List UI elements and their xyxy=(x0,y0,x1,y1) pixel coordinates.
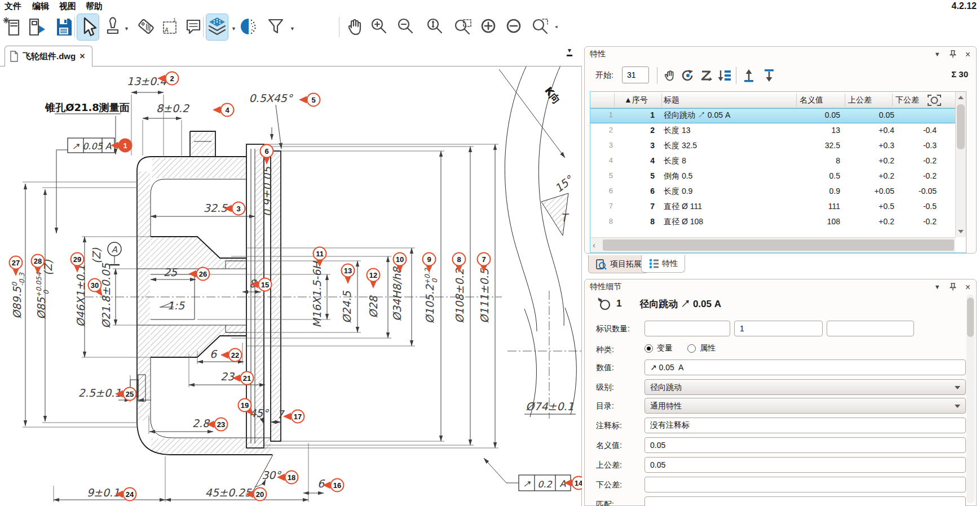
catalog-dropdown[interactable]: 通用特性 xyxy=(644,398,966,414)
list-down-icon[interactable] xyxy=(716,67,733,84)
svg-text:29: 29 xyxy=(73,255,81,264)
menu-edit[interactable]: 编辑 xyxy=(32,1,49,12)
detail-scrollbar[interactable] xyxy=(966,294,974,503)
new-document-button[interactable] xyxy=(2,14,24,40)
balloon-16[interactable]: 16 xyxy=(323,479,344,492)
filter-dropdown-arrow[interactable]: ▼ xyxy=(290,26,295,32)
drawing-canvas[interactable]: A ↗ 0.05 A ↗ 0.2 A 13±0.4锥孔Ø21.8测量面8±0.2… xyxy=(0,66,582,506)
panel-close-icon[interactable]: × xyxy=(965,284,970,290)
balloon-22[interactable]: 22 xyxy=(220,349,242,362)
lower-tol-input[interactable] xyxy=(644,477,966,492)
zoom-in-button[interactable] xyxy=(368,14,389,40)
tag-tool-button[interactable] xyxy=(135,14,157,40)
col-lower[interactable]: 下公差 xyxy=(895,95,919,105)
balloon-12[interactable]: 12 xyxy=(367,269,380,289)
col-upper[interactable]: 上公差 xyxy=(848,95,872,105)
id-count-input-1[interactable] xyxy=(644,321,730,336)
id-count-input-2[interactable] xyxy=(734,321,823,336)
hscroll-thumb[interactable] xyxy=(603,239,954,251)
increase-button[interactable] xyxy=(478,14,499,40)
scroll-thumb[interactable] xyxy=(957,104,965,149)
stamp-dropdown-arrow[interactable]: ▼ xyxy=(124,26,129,32)
mirror-spray-button[interactable] xyxy=(239,14,261,40)
layers-button[interactable] xyxy=(206,14,228,40)
filter-button[interactable] xyxy=(265,14,286,40)
pin-icon[interactable] xyxy=(950,283,956,291)
radio-attribute[interactable]: 属性 xyxy=(687,343,716,353)
svg-text:25: 25 xyxy=(164,266,178,278)
select-tool-button[interactable] xyxy=(77,14,99,40)
layers-dropdown-arrow[interactable]: ▼ xyxy=(231,26,236,32)
note-input[interactable] xyxy=(644,418,966,433)
decrease-button[interactable] xyxy=(503,14,524,40)
open-document-button[interactable] xyxy=(26,14,47,40)
upper-tol-input[interactable] xyxy=(644,457,966,473)
stamp-tool-button[interactable] xyxy=(102,14,123,40)
features-table-header[interactable]: ▲序号 标题 名义值 上公差 下公差 xyxy=(590,92,955,108)
move-top-icon[interactable] xyxy=(740,67,757,84)
match-input[interactable] xyxy=(644,496,966,506)
tab-features[interactable]: 特性 xyxy=(641,255,685,273)
toolbar-overflow-arrow[interactable]: ◂ xyxy=(555,24,558,29)
table-row[interactable]: 55倒角 0.50.5+0.2-0.2 xyxy=(590,169,955,184)
panel-menu-icon[interactable]: ▼ xyxy=(934,283,941,290)
balloon-21[interactable]: 21 xyxy=(232,372,254,385)
id-count-input-3[interactable] xyxy=(827,321,914,336)
move-bottom-icon[interactable] xyxy=(761,67,778,84)
save-button[interactable] xyxy=(53,14,74,40)
pick-hand-icon[interactable] xyxy=(661,67,678,84)
col-index[interactable]: ▲序号 xyxy=(624,95,648,105)
radio-variable[interactable]: 变量 xyxy=(644,343,673,353)
zoom-window-button[interactable] xyxy=(452,14,474,40)
pan-tool-button[interactable] xyxy=(344,14,365,40)
pin-icon[interactable] xyxy=(950,50,956,58)
table-row[interactable]: 77直径 Ø 111111+0.5-0.5 xyxy=(590,199,955,215)
panel-menu-icon[interactable]: ▼ xyxy=(934,51,941,57)
table-row[interactable]: 11径向跳动 ↗ 0.05 A0.050.05 xyxy=(590,108,955,123)
region-label-tool-button[interactable]: 1 A xyxy=(159,14,180,40)
document-tab[interactable]: 飞轮组件.dwg × xyxy=(5,46,92,66)
zoom-extents-button[interactable] xyxy=(423,14,445,40)
start-index-input[interactable] xyxy=(622,66,649,83)
balloon-13[interactable]: 13 xyxy=(342,264,355,285)
detail-scroll-thumb[interactable] xyxy=(967,298,974,337)
table-row[interactable]: 44长度 88+0.2-0.2 xyxy=(590,154,955,169)
nominal-input[interactable] xyxy=(644,437,966,453)
match-label: 匹配: xyxy=(596,500,614,506)
table-vertical-scrollbar[interactable] xyxy=(955,92,966,237)
tab-close-icon[interactable]: × xyxy=(80,51,85,61)
balloon-23[interactable]: 23 xyxy=(206,418,228,431)
col-title[interactable]: 标题 xyxy=(664,95,679,105)
table-row[interactable]: 33长度 32.532.5+0.3-0.3 xyxy=(590,139,955,154)
panel-close-icon[interactable]: × xyxy=(965,51,970,57)
balloon-4[interactable]: 4 xyxy=(213,104,234,117)
svg-text:24: 24 xyxy=(126,490,134,499)
col-nominal[interactable]: 名义值 xyxy=(800,95,823,105)
comment-tool-button[interactable] xyxy=(183,14,204,40)
tab-project-expand[interactable]: 项目拓展 xyxy=(588,255,649,273)
refresh-icon[interactable] xyxy=(679,67,696,84)
balloon-17[interactable]: 17 xyxy=(283,410,304,423)
chevron-down-icon xyxy=(955,405,960,408)
tab-list-menu-icon[interactable]: ▼▬ xyxy=(564,48,575,61)
menu-file[interactable]: 文件 xyxy=(5,1,21,12)
zoom-region-button[interactable] xyxy=(529,14,550,40)
level-dropdown[interactable]: 径向跳动 xyxy=(644,379,966,395)
scroll-left-arrow[interactable]: ‹ xyxy=(593,240,595,250)
match-row: 匹配: xyxy=(596,496,966,506)
table-horizontal-scrollbar[interactable]: ‹ xyxy=(590,237,955,252)
menu-view[interactable]: 视图 xyxy=(59,1,76,12)
table-row[interactable]: 66长度 0.90.9+0.05-0.05 xyxy=(590,184,955,199)
balloon-5[interactable]: 5 xyxy=(299,94,320,106)
scroll-down-arrow[interactable] xyxy=(958,230,964,233)
table-row[interactable]: 22长度 1313+0.4-0.4 xyxy=(590,123,955,139)
svg-text:7: 7 xyxy=(482,255,485,264)
scroll-up-arrow[interactable] xyxy=(958,96,964,99)
balloon-26[interactable]: 26 xyxy=(188,268,210,281)
table-row[interactable]: 88直径 Ø 108108+0.2-0.2 xyxy=(590,215,955,230)
menu-help[interactable]: 帮助 xyxy=(86,1,103,12)
value-input[interactable] xyxy=(644,359,966,375)
preview-camera-icon[interactable] xyxy=(927,94,942,107)
zoom-out-button[interactable] xyxy=(394,14,416,40)
z-order-icon[interactable] xyxy=(698,67,715,84)
